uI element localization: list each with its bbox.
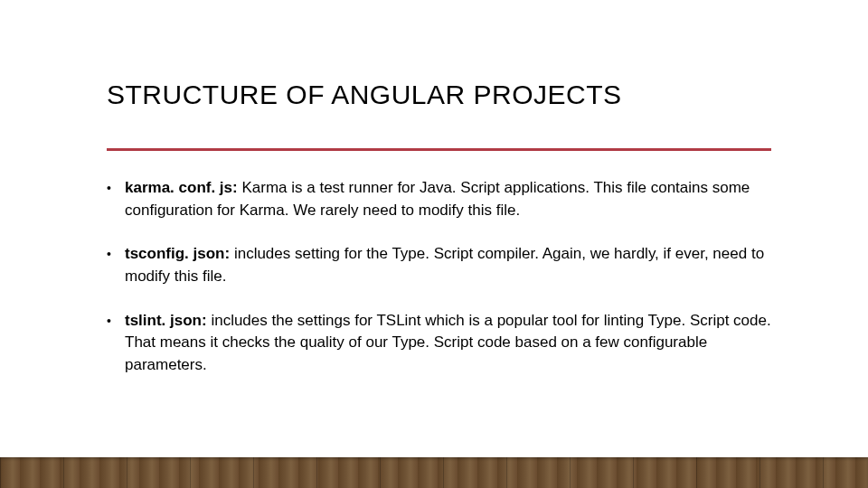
bullet-marker: •: [107, 177, 125, 221]
wood-footer-decoration: [0, 457, 868, 488]
slide-title: STRUCTURE OF ANGULAR PROJECTS: [107, 80, 622, 110]
list-item: • tsconfig. json: includes setting for t…: [107, 243, 771, 287]
bullet-marker: •: [107, 243, 125, 287]
bullet-bold: tslint. json:: [125, 312, 207, 329]
bullet-bold: tsconfig. json:: [125, 245, 230, 262]
slide-content: • karma. conf. js: Karma is a test runne…: [107, 177, 771, 398]
list-item: • tslint. json: includes the settings fo…: [107, 310, 771, 377]
bullet-marker: •: [107, 310, 125, 377]
title-underline: [107, 148, 771, 151]
list-item: • karma. conf. js: Karma is a test runne…: [107, 177, 771, 221]
bullet-text: tslint. json: includes the settings for …: [125, 310, 771, 377]
bullet-text: tsconfig. json: includes setting for the…: [125, 243, 771, 287]
bullet-text: karma. conf. js: Karma is a test runner …: [125, 177, 771, 221]
bullet-rest: includes the settings for TSLint which i…: [125, 312, 771, 373]
bullet-bold: karma. conf. js:: [125, 179, 238, 196]
slide: STRUCTURE OF ANGULAR PROJECTS • karma. c…: [0, 0, 868, 488]
